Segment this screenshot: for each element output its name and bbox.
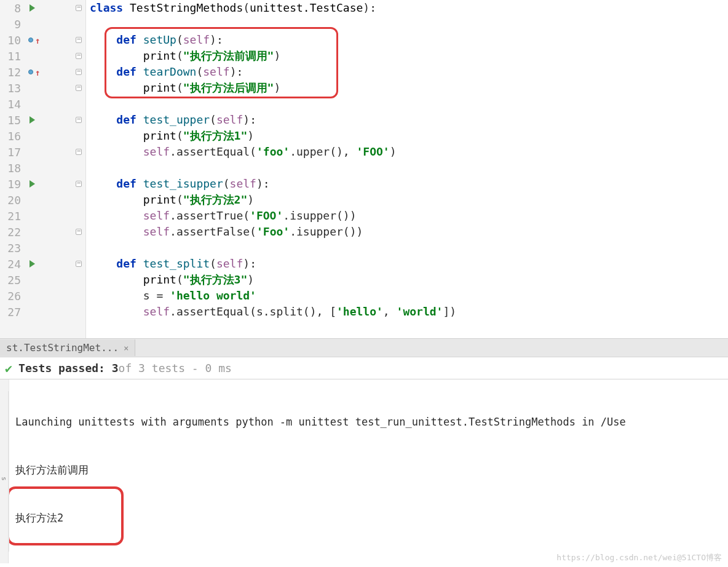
line-number: 21 xyxy=(0,210,25,223)
tests-total-label: of 3 tests - 0 ms xyxy=(119,362,232,375)
code-line[interactable] xyxy=(90,96,728,112)
fold-icon[interactable] xyxy=(76,181,82,187)
line-number: 12 xyxy=(0,66,25,79)
editor-gutter: 8 9 10↑ 11 12↑ 13 14 15 16 17 18 19 20 2… xyxy=(0,0,86,338)
run-icon[interactable] xyxy=(30,180,35,188)
tab-label: st.TestStringMet... xyxy=(6,342,119,354)
line-number: 23 xyxy=(0,242,25,255)
line-number: 20 xyxy=(0,194,25,207)
code-line[interactable]: def test_upper(self): xyxy=(90,112,728,128)
line-number: 22 xyxy=(0,226,25,239)
close-icon[interactable]: × xyxy=(124,343,129,353)
line-number: 26 xyxy=(0,290,25,303)
console-line: 执行方法2 xyxy=(15,510,728,526)
code-line[interactable]: self.assertEqual('foo'.upper(), 'FOO') xyxy=(90,144,728,160)
fold-icon[interactable] xyxy=(76,53,82,59)
code-line[interactable]: print("执行方法1") xyxy=(90,128,728,144)
test-status-bar: ✔ Tests passed: 3 of 3 tests - 0 ms xyxy=(0,357,728,379)
code-line[interactable]: print("执行方法2") xyxy=(90,192,728,208)
line-number: 11 xyxy=(0,50,25,63)
line-number: 15 xyxy=(0,114,25,127)
code-line[interactable]: self.assertTrue('FOO'.isupper()) xyxy=(90,208,728,224)
code-content[interactable]: class TestStringMethods(unittest.TestCas… xyxy=(86,0,728,338)
fold-icon[interactable] xyxy=(76,69,82,75)
watermark: https://blog.csdn.net/wei@51CTO博客 xyxy=(556,552,722,563)
run-icon[interactable] xyxy=(30,260,35,268)
line-number: 24 xyxy=(0,258,25,271)
line-number: 10 xyxy=(0,34,25,47)
code-line[interactable]: class TestStringMethods(unittest.TestCas… xyxy=(90,0,728,16)
code-line[interactable]: print("执行方法后调用") xyxy=(90,80,728,96)
run-icon[interactable] xyxy=(30,116,35,124)
run-tab[interactable]: st.TestStringMet... × xyxy=(0,339,135,356)
fold-icon[interactable] xyxy=(76,149,82,155)
code-line[interactable] xyxy=(90,160,728,176)
fold-icon[interactable] xyxy=(76,85,82,91)
code-line[interactable]: def test_isupper(self): xyxy=(90,176,728,192)
line-number: 14 xyxy=(0,98,25,111)
code-line[interactable] xyxy=(90,240,728,256)
code-line[interactable]: self.assertEqual(s.split(), ['hello', 'w… xyxy=(90,304,728,320)
console-line: 执行方法前调用 xyxy=(15,462,728,478)
code-line[interactable]: self.assertFalse('Foo'.isupper()) xyxy=(90,224,728,240)
override-icon[interactable]: ↑ xyxy=(28,69,33,74)
line-number: 9 xyxy=(0,18,25,31)
run-tool-window: st.TestStringMet... × ✔ Tests passed: 3 … xyxy=(0,338,728,552)
code-editor[interactable]: 8 9 10↑ 11 12↑ 13 14 15 16 17 18 19 20 2… xyxy=(0,0,728,338)
line-number: 27 xyxy=(0,306,25,319)
fold-icon[interactable] xyxy=(76,261,82,267)
code-line[interactable]: print("执行方法前调用") xyxy=(90,48,728,64)
line-number: 19 xyxy=(0,178,25,191)
fold-icon[interactable] xyxy=(76,37,82,43)
fold-icon[interactable] xyxy=(76,229,82,235)
console-output[interactable]: Launching unittests with arguments pytho… xyxy=(9,379,728,552)
line-number: 8 xyxy=(0,2,25,15)
check-icon: ✔ xyxy=(5,361,12,376)
code-line[interactable]: s = 'hello world' xyxy=(90,288,728,304)
line-number: 17 xyxy=(0,146,25,159)
code-line[interactable]: def tearDown(self): xyxy=(90,64,728,80)
code-line[interactable]: def setUp(self): xyxy=(90,32,728,48)
side-strip: s xyxy=(0,391,9,563)
line-number: 25 xyxy=(0,274,25,287)
code-line[interactable]: print("执行方法3") xyxy=(90,272,728,288)
override-icon[interactable]: ↑ xyxy=(28,38,33,42)
run-icon[interactable] xyxy=(30,4,35,12)
fold-icon[interactable] xyxy=(76,5,82,11)
line-number: 13 xyxy=(0,82,25,95)
console-line: Launching unittests with arguments pytho… xyxy=(15,414,728,430)
line-number: 16 xyxy=(0,130,25,143)
code-line[interactable] xyxy=(90,16,728,32)
line-number: 18 xyxy=(0,162,25,175)
code-line[interactable]: def test_split(self): xyxy=(90,256,728,272)
tests-passed-label: Tests passed: 3 xyxy=(18,362,119,375)
fold-icon[interactable] xyxy=(76,117,82,123)
tab-bar: st.TestStringMet... × xyxy=(0,339,728,357)
